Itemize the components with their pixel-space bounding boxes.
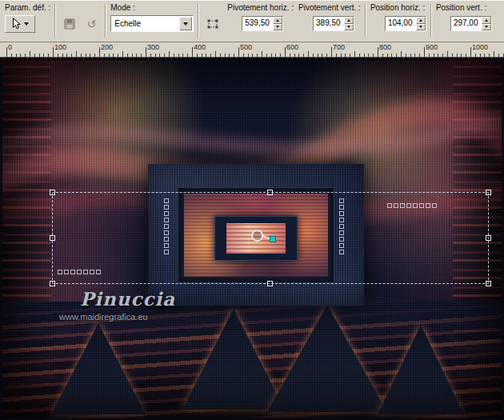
spin-up-button[interactable] [482, 17, 491, 24]
ruler-tick [136, 54, 137, 57]
ruler-label: 300 [147, 43, 159, 51]
ruler-tick [76, 51, 77, 57]
ruler-label: 1000 [472, 43, 488, 51]
selection-handle-bottom-right[interactable] [486, 281, 491, 286]
spin-up-button[interactable] [344, 17, 354, 24]
dropdown-arrow-icon [24, 22, 29, 28]
ruler-tick [341, 54, 342, 57]
spin-down-button[interactable] [416, 24, 426, 31]
ruler-label: 200 [101, 43, 113, 51]
ruler-tick [164, 54, 165, 57]
mode-value: Échelle [111, 19, 179, 28]
ruler-tick [127, 54, 128, 57]
ruler-tick [141, 54, 142, 57]
ruler-tick [155, 54, 156, 57]
ruler-tick [373, 54, 374, 57]
selection-handle-top-left[interactable] [50, 190, 55, 195]
ruler-label: 500 [240, 43, 252, 51]
selection-handle-top-mid[interactable] [267, 190, 273, 195]
ruler-tick [359, 54, 360, 57]
selection-handle-top-right[interactable] [486, 190, 491, 195]
spin-up-button[interactable] [416, 17, 426, 24]
ruler-tick [313, 54, 314, 57]
up-arrow-icon [276, 18, 279, 22]
ruler-tick [94, 54, 95, 57]
selection-handle-mid-left[interactable] [50, 235, 55, 241]
ruler-tick [178, 54, 179, 57]
down-arrow-icon [419, 26, 422, 30]
spin-up-button[interactable] [273, 17, 282, 24]
ruler-tick [210, 54, 211, 57]
toolbar-separator [54, 4, 56, 38]
ruler-tick [396, 54, 397, 57]
ruler-tick [429, 54, 430, 57]
watermark-title: Pinuccia [80, 288, 175, 310]
pivot-handle[interactable] [251, 230, 263, 242]
save-preset-button[interactable] [60, 15, 79, 33]
down-arrow-icon [347, 26, 350, 30]
pos-h-input[interactable]: 104,00 [385, 16, 426, 31]
ruler-tick [257, 54, 258, 57]
selection-handle-bottom-left[interactable] [50, 281, 55, 286]
ruler-tick [150, 54, 151, 57]
selection-handle-bottom-mid[interactable] [267, 281, 273, 286]
pos-h-value: 104,00 [386, 17, 416, 30]
ruler-tick [438, 54, 438, 57]
ruler-tick [447, 51, 448, 57]
spin-down-button[interactable] [273, 24, 282, 31]
toolbar-separator [105, 4, 106, 38]
ruler-tick [480, 54, 481, 57]
rotation-handle[interactable] [270, 236, 276, 242]
combo-dropdown-button[interactable] [179, 17, 192, 30]
ruler-tick [489, 54, 490, 57]
ruler-tick [457, 54, 458, 57]
ruler-tick [410, 54, 411, 57]
pos-h-label: Position horiz. : [370, 2, 426, 14]
ruler-tick [303, 54, 304, 57]
chevron-down-icon [183, 22, 188, 28]
reset-button[interactable]: ↺ [82, 15, 101, 33]
ruler-tick [113, 54, 114, 57]
ruler-tick [86, 54, 86, 57]
ruler-tick [326, 54, 327, 57]
pivot-v-input[interactable]: 389,50 [313, 16, 354, 31]
selection-handle-mid-right[interactable] [486, 235, 491, 241]
ruler-tick [419, 54, 420, 57]
spin-down-button[interactable] [344, 24, 354, 31]
ruler-tick [104, 54, 105, 57]
ruler-tick [132, 54, 133, 57]
ruler-tick [202, 54, 202, 57]
ruler-tick [62, 54, 63, 57]
transform-mode-button[interactable] [203, 15, 222, 33]
watermark-url: www.maidiregrafica.eu [59, 312, 148, 322]
pos-v-label: Position vert. : [436, 2, 492, 14]
presets-button[interactable] [5, 15, 35, 33]
pivot-h-input[interactable]: 539,50 [242, 16, 283, 31]
ruler-tick [229, 54, 230, 57]
ruler-tick [206, 54, 206, 57]
ruler-tick [81, 54, 82, 57]
ruler-tick [34, 54, 35, 57]
canvas[interactable]: Pinuccia www.maidiregrafica.eu [0, 58, 504, 420]
ruler-tick [308, 51, 309, 57]
up-arrow-icon [419, 18, 422, 22]
ruler-tick [382, 54, 383, 57]
ruler-tick [39, 54, 40, 57]
ruler-tick [58, 54, 58, 57]
ruler-tick [414, 54, 415, 57]
ruler-tick [262, 51, 262, 57]
ruler-tick [90, 54, 90, 57]
ruler-tick [118, 54, 118, 57]
ruler-tick [197, 54, 198, 57]
ruler-tick [53, 47, 54, 57]
ruler-tick [401, 51, 402, 57]
horizontal-ruler[interactable]: 01002003004005006007008009001000 [0, 42, 504, 58]
ruler-tick [238, 47, 239, 57]
spin-down-button[interactable] [482, 24, 491, 31]
ruler-tick [275, 54, 276, 57]
pos-v-input[interactable]: 297,00 [450, 16, 492, 31]
ruler-tick [498, 54, 499, 57]
presets-group: Param. déf. : [2, 2, 53, 39]
reset-arrow-icon: ↺ [86, 18, 96, 30]
mode-select[interactable]: Échelle [110, 15, 194, 32]
